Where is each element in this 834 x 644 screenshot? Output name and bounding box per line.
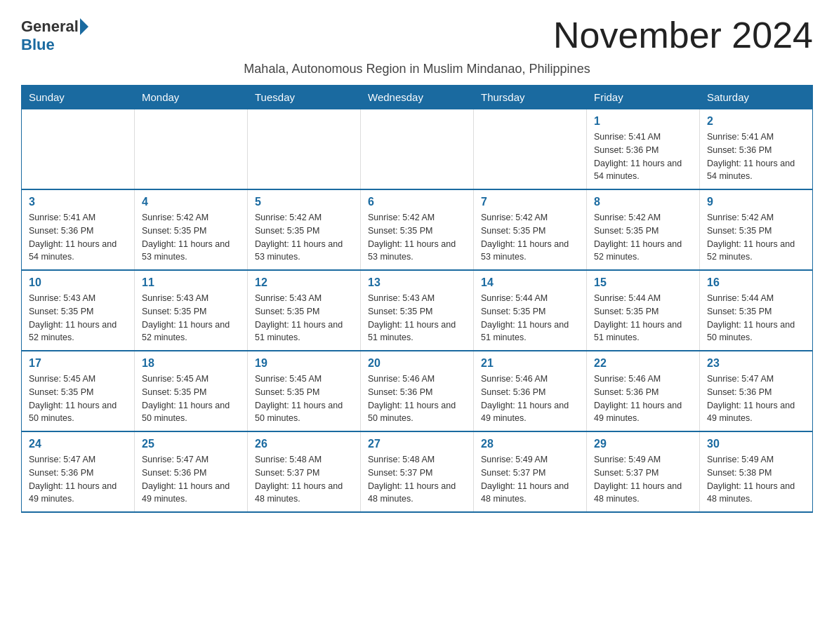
page-header: General Blue November 2024 <box>21 14 813 56</box>
calendar-cell-25: 25Sunrise: 5:47 AMSunset: 5:36 PMDayligh… <box>135 431 248 512</box>
calendar-cell-24: 24Sunrise: 5:47 AMSunset: 5:36 PMDayligh… <box>22 431 135 512</box>
day-number: 21 <box>481 357 579 370</box>
day-number: 26 <box>255 438 353 450</box>
calendar-cell-4: 4Sunrise: 5:42 AMSunset: 5:35 PMDaylight… <box>135 189 248 270</box>
day-number: 8 <box>594 196 692 208</box>
day-info: Sunrise: 5:47 AMSunset: 5:36 PMDaylight:… <box>29 453 127 506</box>
day-number: 18 <box>142 357 240 370</box>
day-info: Sunrise: 5:45 AMSunset: 5:35 PMDaylight:… <box>255 373 353 425</box>
day-number: 2 <box>707 115 805 128</box>
header-monday: Monday <box>135 86 248 109</box>
day-info: Sunrise: 5:42 AMSunset: 5:35 PMDaylight:… <box>594 211 692 264</box>
header-sunday: Sunday <box>22 86 135 109</box>
day-number: 29 <box>594 438 692 450</box>
day-number: 20 <box>368 357 466 370</box>
logo: General Blue <box>21 14 88 54</box>
day-number: 13 <box>368 276 466 289</box>
day-info: Sunrise: 5:47 AMSunset: 5:36 PMDaylight:… <box>142 453 240 506</box>
calendar-cell-29: 29Sunrise: 5:49 AMSunset: 5:37 PMDayligh… <box>587 431 700 512</box>
header-thursday: Thursday <box>474 86 587 109</box>
day-info: Sunrise: 5:44 AMSunset: 5:35 PMDaylight:… <box>481 292 579 344</box>
calendar-table: SundayMondayTuesdayWednesdayThursdayFrid… <box>21 85 813 513</box>
header-friday: Friday <box>587 86 700 109</box>
day-number: 1 <box>594 115 692 128</box>
day-info: Sunrise: 5:46 AMSunset: 5:36 PMDaylight:… <box>594 373 692 425</box>
week-row-4: 17Sunrise: 5:45 AMSunset: 5:35 PMDayligh… <box>22 351 813 431</box>
day-number: 16 <box>707 276 805 289</box>
day-info: Sunrise: 5:43 AMSunset: 5:35 PMDaylight:… <box>29 292 127 344</box>
calendar-cell-8: 8Sunrise: 5:42 AMSunset: 5:35 PMDaylight… <box>587 189 700 270</box>
month-title: November 2024 <box>553 14 813 56</box>
day-info: Sunrise: 5:48 AMSunset: 5:37 PMDaylight:… <box>368 453 466 506</box>
calendar-cell-30: 30Sunrise: 5:49 AMSunset: 5:38 PMDayligh… <box>700 431 813 512</box>
calendar-header: SundayMondayTuesdayWednesdayThursdayFrid… <box>22 86 813 109</box>
day-info: Sunrise: 5:49 AMSunset: 5:37 PMDaylight:… <box>481 453 579 506</box>
calendar-cell-20: 20Sunrise: 5:46 AMSunset: 5:36 PMDayligh… <box>361 351 474 431</box>
day-number: 9 <box>707 196 805 208</box>
header-wednesday: Wednesday <box>361 86 474 109</box>
header-tuesday: Tuesday <box>248 86 361 109</box>
day-info: Sunrise: 5:43 AMSunset: 5:35 PMDaylight:… <box>255 292 353 344</box>
day-info: Sunrise: 5:41 AMSunset: 5:36 PMDaylight:… <box>707 130 805 183</box>
day-number: 25 <box>142 438 240 450</box>
calendar-cell-27: 27Sunrise: 5:48 AMSunset: 5:37 PMDayligh… <box>361 431 474 512</box>
day-info: Sunrise: 5:44 AMSunset: 5:35 PMDaylight:… <box>594 292 692 344</box>
week-row-2: 3Sunrise: 5:41 AMSunset: 5:36 PMDaylight… <box>22 189 813 270</box>
day-info: Sunrise: 5:47 AMSunset: 5:36 PMDaylight:… <box>707 373 805 425</box>
calendar-cell-1: 1Sunrise: 5:41 AMSunset: 5:36 PMDaylight… <box>587 109 700 190</box>
day-number: 24 <box>29 438 127 450</box>
day-info: Sunrise: 5:42 AMSunset: 5:35 PMDaylight:… <box>368 211 466 264</box>
day-number: 5 <box>255 196 353 208</box>
day-info: Sunrise: 5:49 AMSunset: 5:38 PMDaylight:… <box>707 453 805 506</box>
week-row-1: 1Sunrise: 5:41 AMSunset: 5:36 PMDaylight… <box>22 109 813 190</box>
calendar-cell-13: 13Sunrise: 5:43 AMSunset: 5:35 PMDayligh… <box>361 270 474 351</box>
calendar-cell-empty <box>248 109 361 190</box>
calendar-cell-16: 16Sunrise: 5:44 AMSunset: 5:35 PMDayligh… <box>700 270 813 351</box>
day-info: Sunrise: 5:48 AMSunset: 5:37 PMDaylight:… <box>255 453 353 506</box>
calendar-cell-17: 17Sunrise: 5:45 AMSunset: 5:35 PMDayligh… <box>22 351 135 431</box>
day-info: Sunrise: 5:42 AMSunset: 5:35 PMDaylight:… <box>255 211 353 264</box>
week-row-5: 24Sunrise: 5:47 AMSunset: 5:36 PMDayligh… <box>22 431 813 512</box>
day-number: 10 <box>29 276 127 289</box>
header-saturday: Saturday <box>700 86 813 109</box>
day-info: Sunrise: 5:42 AMSunset: 5:35 PMDaylight:… <box>481 211 579 264</box>
day-number: 6 <box>368 196 466 208</box>
day-number: 14 <box>481 276 579 289</box>
day-number: 27 <box>368 438 466 450</box>
calendar-cell-9: 9Sunrise: 5:42 AMSunset: 5:35 PMDaylight… <box>700 189 813 270</box>
day-info: Sunrise: 5:41 AMSunset: 5:36 PMDaylight:… <box>594 130 692 183</box>
calendar-cell-11: 11Sunrise: 5:43 AMSunset: 5:35 PMDayligh… <box>135 270 248 351</box>
day-info: Sunrise: 5:46 AMSunset: 5:36 PMDaylight:… <box>368 373 466 425</box>
calendar-cell-26: 26Sunrise: 5:48 AMSunset: 5:37 PMDayligh… <box>248 431 361 512</box>
calendar-cell-7: 7Sunrise: 5:42 AMSunset: 5:35 PMDaylight… <box>474 189 587 270</box>
day-number: 4 <box>142 196 240 208</box>
day-number: 15 <box>594 276 692 289</box>
day-info: Sunrise: 5:45 AMSunset: 5:35 PMDaylight:… <box>29 373 127 425</box>
calendar-cell-5: 5Sunrise: 5:42 AMSunset: 5:35 PMDaylight… <box>248 189 361 270</box>
calendar-cell-10: 10Sunrise: 5:43 AMSunset: 5:35 PMDayligh… <box>22 270 135 351</box>
calendar-cell-19: 19Sunrise: 5:45 AMSunset: 5:35 PMDayligh… <box>248 351 361 431</box>
day-number: 7 <box>481 196 579 208</box>
day-info: Sunrise: 5:41 AMSunset: 5:36 PMDaylight:… <box>29 211 127 264</box>
day-number: 11 <box>142 276 240 289</box>
logo-blue-text: Blue <box>21 36 55 53</box>
day-info: Sunrise: 5:46 AMSunset: 5:36 PMDaylight:… <box>481 373 579 425</box>
day-number: 3 <box>29 196 127 208</box>
logo-general-text: General <box>21 18 79 36</box>
day-info: Sunrise: 5:49 AMSunset: 5:37 PMDaylight:… <box>594 453 692 506</box>
calendar-cell-23: 23Sunrise: 5:47 AMSunset: 5:36 PMDayligh… <box>700 351 813 431</box>
day-info: Sunrise: 5:45 AMSunset: 5:35 PMDaylight:… <box>142 373 240 425</box>
calendar-cell-3: 3Sunrise: 5:41 AMSunset: 5:36 PMDaylight… <box>22 189 135 270</box>
calendar-cell-14: 14Sunrise: 5:44 AMSunset: 5:35 PMDayligh… <box>474 270 587 351</box>
subtitle: Mahala, Autonomous Region in Muslim Mind… <box>21 62 813 76</box>
calendar-cell-15: 15Sunrise: 5:44 AMSunset: 5:35 PMDayligh… <box>587 270 700 351</box>
logo-arrow-icon <box>80 18 88 35</box>
calendar-cell-22: 22Sunrise: 5:46 AMSunset: 5:36 PMDayligh… <box>587 351 700 431</box>
calendar-cell-empty <box>22 109 135 190</box>
day-info: Sunrise: 5:44 AMSunset: 5:35 PMDaylight:… <box>707 292 805 344</box>
calendar-cell-empty <box>135 109 248 190</box>
week-row-3: 10Sunrise: 5:43 AMSunset: 5:35 PMDayligh… <box>22 270 813 351</box>
day-info: Sunrise: 5:42 AMSunset: 5:35 PMDaylight:… <box>707 211 805 264</box>
day-number: 17 <box>29 357 127 370</box>
day-number: 30 <box>707 438 805 450</box>
